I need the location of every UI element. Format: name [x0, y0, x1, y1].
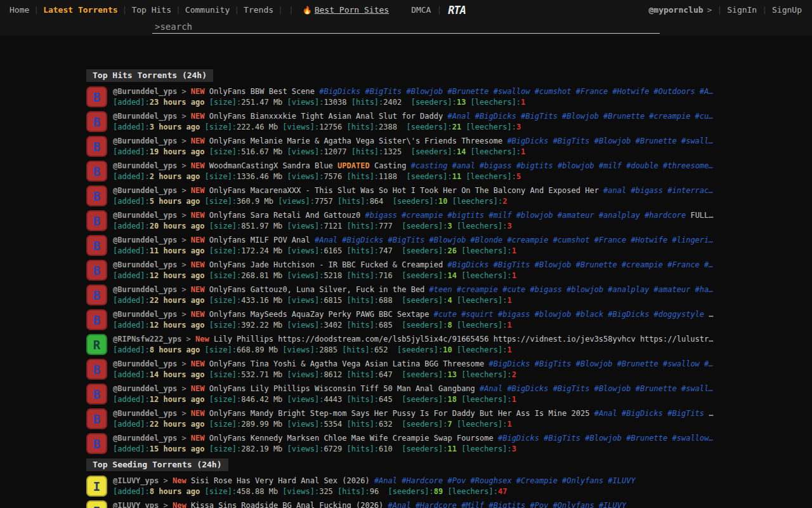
size-label: [size]:: [209, 98, 242, 107]
nav-trends[interactable]: Trends: [239, 5, 278, 15]
uploader-handle[interactable]: @Burunddel_yps: [113, 434, 177, 443]
uploader-avatar[interactable]: B: [86, 408, 107, 429]
uploader-avatar[interactable]: B: [86, 161, 107, 182]
torrent-tags[interactable]: #Anal #BigDicks #BigTits: [594, 409, 704, 418]
torrent-tags[interactable]: #Anal #BigDicks #BigTits #Blowjob #Brune…: [480, 384, 713, 393]
nav-home[interactable]: Home: [5, 5, 34, 15]
signin-link[interactable]: SignIn: [722, 5, 762, 15]
torrent-title[interactable]: OnlyFans Melanie Marie & Agatha Vega Sis…: [209, 137, 502, 145]
uploader-avatar[interactable]: B: [86, 185, 107, 206]
torrent-title[interactable]: Onlyfans Sara Retali And Gattouz0: [209, 211, 360, 220]
torrent-tags[interactable]: #Anal #Hardcore #Pov #Roughsex #Creampie…: [374, 476, 636, 485]
hits-label: [hits]:: [347, 321, 379, 330]
torrent-title[interactable]: OnlyFans Gattouz0, Luna Silver, Fuck in …: [209, 285, 425, 294]
search-input[interactable]: [152, 20, 660, 34]
torrent-title[interactable]: OnlyFans Kennedy Marksen Chloe Mae Wife …: [209, 434, 494, 443]
torrent-title[interactable]: Kissa Sins Roadside BG Anal Fucking (202…: [191, 501, 383, 508]
uploader-handle[interactable]: @Burunddel_yps: [113, 87, 177, 96]
torrent-title[interactable]: OnlyFans BBW Best Scene: [209, 87, 315, 96]
uploader-handle[interactable]: @Burunddel_yps: [113, 161, 177, 170]
uploader-avatar[interactable]: B: [86, 384, 107, 404]
torrent-tags[interactable]: #Anal #BigDicks #BigTits #Blowjob #Brune…: [447, 112, 713, 121]
leechers-label: [leechers]:: [466, 123, 516, 131]
size-value: 846.42 Mb: [241, 395, 282, 404]
torrent-tags[interactable]: #bigass #creampie #bigtits #milf #blowjo…: [365, 211, 686, 220]
uploader-avatar[interactable]: I: [86, 476, 107, 497]
torrent-row: B@Burunddel_yps > NEW Onlyfans MILF POV …: [86, 235, 728, 256]
torrent-title[interactable]: Lily Phillips https://doodstream.com/e/l…: [214, 335, 713, 344]
uploader-avatar[interactable]: I: [86, 500, 107, 508]
torrent-title[interactable]: Onlyfans MaySeeds AquaZay Perky PAWG BBC…: [209, 310, 429, 319]
uploader-handle[interactable]: @RIPNsfw222_yps: [113, 335, 181, 344]
torrent-tags[interactable]: #BigDicks #BigTits #Blowjob #Brunette #c…: [447, 260, 713, 269]
uploader-avatar[interactable]: B: [86, 433, 107, 454]
torrent-row: B@Burunddel_yps > NEW OnlyFans MacarenaX…: [86, 185, 728, 206]
uploader-handle[interactable]: @Burunddel_yps: [113, 384, 177, 393]
uploader-avatar[interactable]: B: [86, 210, 107, 231]
torrent-title[interactable]: WoodmanCastingX Sandra Blue: [209, 161, 333, 170]
size-label: [size]:: [209, 395, 242, 404]
torrent-tags[interactable]: #BigDicks #BigTits #Blowjob #Brunette #s…: [507, 137, 713, 145]
uploader-handle[interactable]: @Burunddel_yps: [113, 409, 177, 418]
uploader-handle[interactable]: @Burunddel_yps: [113, 112, 177, 121]
nav-latest-torrents[interactable]: Latest Torrents: [39, 5, 122, 15]
leechers-value: 1: [507, 345, 511, 354]
torrent-tags[interactable]: #casting #anal #bigass #bigtits #blowjob…: [411, 161, 714, 170]
torrent-tags[interactable]: #BigDicks #BigTits #Blowjob #Brunette #s…: [319, 87, 713, 96]
torrent-tags[interactable]: #teen #creampie #cute #bigass #blowjob #…: [429, 285, 714, 294]
nav-dmca[interactable]: DMCA: [405, 5, 436, 15]
uploader-avatar[interactable]: R: [86, 334, 107, 355]
signup-link[interactable]: SignUp: [767, 5, 807, 15]
torrent-title[interactable]: OnlyFans Mandy Bright Step-mom Says Her …: [209, 409, 590, 418]
uploader-handle[interactable]: @ILUVY_yps: [113, 476, 159, 485]
torrent-title[interactable]: OnlyFans MacarenaXXX - This Slut Was So …: [209, 186, 599, 195]
uploader-handle[interactable]: @Burunddel_yps: [113, 310, 177, 319]
leechers-value: 1: [507, 296, 511, 305]
uploader-handle[interactable]: @Burunddel_yps: [113, 260, 177, 269]
torrent-tags[interactable]: #cute #squirt #bigass #blowjob #black #B…: [434, 310, 704, 319]
new-badge: NEW: [191, 112, 205, 121]
nav-top-hits[interactable]: Top Hits: [127, 5, 176, 15]
uploader-avatar[interactable]: B: [86, 111, 107, 132]
nav-best-porn-sites[interactable]: Best Porn Sites: [315, 5, 393, 15]
torrent-tags[interactable]: #anal #bigass #interrac…: [603, 186, 713, 195]
torrent-title[interactable]: Casting: [374, 161, 407, 170]
hits-value: 1188: [379, 172, 397, 181]
torrent-stats-line: [added]:12 hours ago [size]:268.81 Mb [v…: [113, 271, 714, 281]
uploader-handle[interactable]: @ILUVY_yps: [113, 501, 159, 508]
uploader-avatar[interactable]: B: [86, 86, 107, 107]
added-value: 8 hours ago: [150, 487, 200, 496]
uploader-avatar[interactable]: B: [86, 359, 107, 380]
uploader-avatar[interactable]: B: [86, 235, 107, 256]
new-badge: NEW: [191, 260, 205, 269]
uploader-handle[interactable]: @Burunddel_yps: [113, 285, 177, 294]
torrent-tags[interactable]: #BigDicks #BigTits #Blowjob #Brunette #s…: [489, 359, 714, 368]
uploader-avatar[interactable]: B: [86, 309, 107, 330]
torrent-tags[interactable]: #BigDicks #BigTits #Blowjob #Brunette #s…: [498, 434, 714, 443]
views-label: [views]:: [287, 370, 324, 379]
uploader-handle[interactable]: @Burunddel_yps: [113, 211, 177, 220]
torrent-tags[interactable]: #Anal #BigDicks #BigTits #Blowjob #Blond…: [315, 236, 714, 244]
uploader-handle[interactable]: @Burunddel_yps: [113, 137, 177, 145]
torrent-title[interactable]: OnlyFans Tina Yoshi & Agatha Vega Asian …: [209, 359, 484, 368]
size-value: 172.24 Mb: [241, 246, 282, 255]
torrent-title[interactable]: OnlyFans Bianxxxkie Tight Asian Anal Slu…: [209, 112, 443, 121]
added-value: 12 hours ago: [150, 395, 205, 404]
torrent-title[interactable]: OnlyFans Lily Phillips Wisconsin Tiff 50…: [209, 384, 475, 393]
leechers-value: 3: [507, 222, 511, 231]
leechers-value: 1: [512, 395, 516, 404]
uploader-avatar[interactable]: B: [86, 284, 107, 305]
uploader-handle[interactable]: @Burunddel_yps: [113, 359, 177, 368]
site-handle[interactable]: @mypornclub: [645, 5, 707, 15]
uploader-handle[interactable]: @Burunddel_yps: [113, 186, 177, 195]
nav-community[interactable]: Community: [181, 5, 234, 15]
uploader-handle[interactable]: @Burunddel_yps: [113, 236, 177, 244]
torrent-title[interactable]: OnlyFans Jade Hutchison - IR BBC Fucked …: [209, 260, 443, 269]
torrent-tags[interactable]: #Anal #Hardcore #Milf #Bigtits #Pov #Onl…: [388, 501, 627, 508]
torrent-title[interactable]: Onlyfans MILF POV Anal: [209, 236, 310, 244]
views-value: 6729: [324, 444, 342, 453]
torrent-row: I@ILUVY_yps > New Kissa Sins Roadside BG…: [86, 500, 728, 508]
uploader-avatar[interactable]: B: [86, 260, 107, 281]
torrent-title[interactable]: Sisi Rose Has Very Hard Anal Sex (2026): [191, 476, 370, 485]
uploader-avatar[interactable]: B: [86, 136, 107, 157]
